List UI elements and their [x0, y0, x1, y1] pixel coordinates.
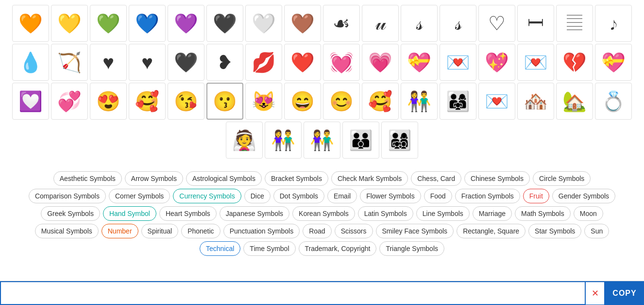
tag-spiritual[interactable]: Spiritual [141, 224, 179, 238]
emoji-cell-1-10[interactable]: 💗 [362, 44, 399, 81]
tag-email[interactable]: Email [327, 189, 357, 203]
emoji-cell-0-8[interactable]: ☙ [323, 5, 360, 42]
emoji-cell-1-6[interactable]: ❥ [206, 44, 243, 81]
emoji-cell-2-1[interactable]: 💝 [595, 44, 632, 81]
tag-dot-symbols[interactable]: Dot Symbols [273, 189, 324, 203]
tag-corner-symbols[interactable]: Corner Symbols [109, 189, 170, 203]
tag-scissors[interactable]: Scissors [335, 224, 373, 238]
emoji-cell-3-4[interactable]: 👫 [265, 122, 302, 159]
emoji-cell-3-2[interactable]: 💍 [595, 83, 632, 120]
tag-greek-symbols[interactable]: Greek Symbols [41, 206, 100, 221]
emoji-cell-2-12[interactable]: 👫 [401, 83, 438, 120]
emoji-cell-2-8[interactable]: 😻 [245, 83, 282, 120]
emoji-cell-3-7[interactable]: 👨‍👩‍👧‍👦 [381, 122, 418, 159]
emoji-section: 🧡💛💚💙💜🖤🤍🤎☙𝓊𝓈𝓈♡𝄩𝄚𝆕💧🏹♥♥🖤❥💋❤️💓💗💝💌💖💌💔💝💟💞😍🥰😘😗😻… [0, 0, 644, 163]
emoji-cell-3-5[interactable]: 👫 [304, 122, 340, 159]
tag-aesthetic-symbols[interactable]: Aesthetic Symbols [53, 171, 122, 186]
emoji-cell-2-10[interactable]: 😊 [323, 83, 360, 120]
tag-smiley-face-symbols[interactable]: Smiley Face Symbols [376, 224, 454, 238]
emoji-cell-0-13[interactable]: 𝄩 [517, 5, 554, 42]
tag-time-symbol[interactable]: Time Symbol [243, 241, 295, 256]
tag-line-symbols[interactable]: Line Symbols [416, 206, 470, 221]
emoji-cell-1-14[interactable]: 💌 [517, 44, 554, 81]
emoji-cell-1-11[interactable]: 💝 [401, 44, 438, 81]
emoji-cell-1-3[interactable]: ♥ [90, 44, 127, 81]
emoji-cell-2-11[interactable]: 🥰 [362, 83, 399, 120]
tag-hand-symbol[interactable]: Hand Symbol [103, 206, 156, 221]
emoji-cell-0-3[interactable]: 💙 [129, 5, 166, 42]
tag-sun[interactable]: Sun [584, 224, 609, 238]
tag-japanese-symbols[interactable]: Japanese Symbols [220, 206, 289, 221]
emoji-cell-0-12[interactable]: ♡ [478, 5, 515, 42]
emoji-cell-2-6[interactable]: 😘 [168, 83, 204, 120]
emoji-cell-0-10[interactable]: 𝓈 [401, 5, 438, 42]
emoji-cell-0-2[interactable]: 💚 [90, 5, 127, 42]
tag-food[interactable]: Food [424, 189, 452, 203]
tag-chinese-symbols[interactable]: Chinese Symbols [464, 171, 530, 186]
emoji-cell-3-1[interactable]: 🏡 [556, 83, 593, 120]
emoji-cell-0-14[interactable]: 𝄚 [556, 5, 593, 42]
emoji-cell-1-5[interactable]: 🖤 [168, 44, 204, 81]
emoji-cell-1-2[interactable]: 🏹 [51, 44, 88, 81]
tag-flower-symbols[interactable]: Flower Symbols [360, 189, 421, 203]
emoji-cell-3-0[interactable]: 🏘️ [517, 83, 554, 120]
emoji-cell-2-3[interactable]: 💞 [51, 83, 88, 120]
tag-comparison-symbols[interactable]: Comparison Symbols [29, 189, 106, 203]
tag-road[interactable]: Road [303, 224, 331, 238]
emoji-cell-1-0[interactable]: 𝆕 [595, 5, 632, 42]
emoji-cell-1-13[interactable]: 💖 [478, 44, 515, 81]
tag-marriage[interactable]: Marriage [473, 206, 512, 221]
tag-math-symbols[interactable]: Math Symbols [515, 206, 571, 221]
tag-heart-symbols[interactable]: Heart Symbols [159, 206, 217, 221]
emoji-cell-2-4[interactable]: 😍 [90, 83, 127, 120]
tag-musical-symbols[interactable]: Musical Symbols [35, 224, 99, 238]
emoji-cell-3-3[interactable]: 👰 [226, 122, 263, 159]
emoji-cell-2-9[interactable]: 😄 [284, 83, 321, 120]
emoji-cell-1-1[interactable]: 💧 [12, 44, 49, 81]
tag-circle-symbols[interactable]: Circle Symbols [533, 171, 591, 186]
tag-latin-symbols[interactable]: Latin Symbols [358, 206, 413, 221]
tags-section: Aesthetic SymbolsArrow SymbolsAstrologic… [0, 166, 644, 261]
emoji-cell-1-9[interactable]: 💓 [323, 44, 360, 81]
emoji-cell-0-11[interactable]: 𝓈 [440, 5, 476, 42]
tag-fraction-symbols[interactable]: Fraction Symbols [455, 189, 520, 203]
tag-moon[interactable]: Moon [574, 206, 603, 221]
emoji-cell-2-14[interactable]: 💌 [478, 83, 515, 120]
tag-dice[interactable]: Dice [244, 189, 271, 203]
tag-korean-symbols[interactable]: Korean Symbols [292, 206, 355, 221]
tag-arrow-symbols[interactable]: Arrow Symbols [125, 171, 183, 186]
tag-number[interactable]: Number [102, 224, 138, 238]
tag-bracket-symbols[interactable]: Bracket Symbols [265, 171, 328, 186]
emoji-cell-0-5[interactable]: 🖤 [206, 5, 243, 42]
tag-triangle-symbols[interactable]: Triangle Symbols [379, 241, 444, 256]
emoji-cell-2-13[interactable]: 👨‍👩‍👧 [440, 83, 476, 120]
emoji-cell-0-6[interactable]: 🤍 [245, 5, 282, 42]
emoji-cell-2-0[interactable]: 💔 [556, 44, 593, 81]
emoji-cell-0-1[interactable]: 💛 [51, 5, 88, 42]
tag-chess,-card[interactable]: Chess, Card [411, 171, 461, 186]
tag-currency-symbols[interactable]: Currency Symbols [173, 189, 241, 203]
emoji-cell-2-2[interactable]: 💟 [12, 83, 49, 120]
tag-fruit[interactable]: Fruit [523, 189, 549, 203]
emoji-cell-0-4[interactable]: 💜 [168, 5, 204, 42]
tag-rectangle,-square[interactable]: Rectangle, Square [457, 224, 525, 238]
tag-trademark,-copyright[interactable]: Trademark, Copyright [299, 241, 377, 256]
emoji-cell-0-9[interactable]: 𝓊 [362, 5, 399, 42]
emoji-cell-2-5[interactable]: 🥰 [129, 83, 166, 120]
emoji-cell-1-12[interactable]: 💌 [440, 44, 476, 81]
tag-phonetic[interactable]: Phonetic [181, 224, 220, 238]
tag-check-mark-symbols[interactable]: Check Mark Symbols [331, 171, 408, 186]
tag-gender-symbols[interactable]: Gender Symbols [552, 189, 615, 203]
emoji-cell-3-6[interactable]: 👪 [342, 122, 379, 159]
tag-star-symbols[interactable]: Star Symbols [528, 224, 581, 238]
tag-technical[interactable]: Technical [200, 241, 240, 256]
emoji-cell-1-4[interactable]: ♥ [129, 44, 166, 81]
tag-punctuation-symbols[interactable]: Punctuation Symbols [223, 224, 300, 238]
emoji-cell-1-7[interactable]: 💋 [245, 44, 282, 81]
emoji-cell-0-0[interactable]: 🧡 [12, 5, 49, 42]
emoji-cell-0-7[interactable]: 🤎 [284, 5, 321, 42]
emoji-cell-2-7[interactable]: 😗 [206, 83, 243, 120]
emoji-cell-1-8[interactable]: ❤️ [284, 44, 321, 81]
tag-astrological-symbols[interactable]: Astrological Symbols [186, 171, 262, 186]
